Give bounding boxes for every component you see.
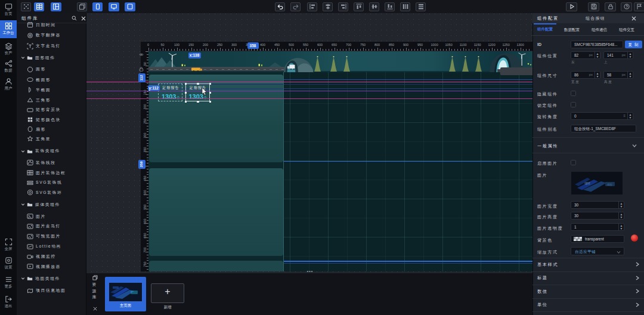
svg-text:锂转: 锂转 (584, 181, 590, 185)
svg-text:运行: 运行 (607, 183, 613, 186)
